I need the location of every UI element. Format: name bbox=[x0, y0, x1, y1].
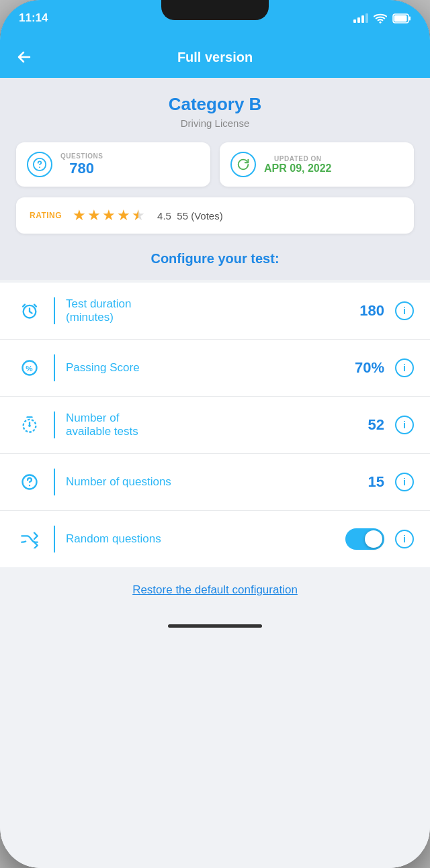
restore-section: Restore the default configuration bbox=[0, 567, 430, 613]
setting-num-questions: Number of questions 15 i bbox=[0, 454, 430, 511]
phone-frame: 11:14 bbox=[0, 0, 430, 868]
back-button[interactable] bbox=[16, 49, 32, 65]
setting-passing-score: % Passing Score 70% i bbox=[0, 340, 430, 397]
questions-value: 780 bbox=[60, 160, 103, 177]
updated-card: UPDATED ON APR 09, 2022 bbox=[220, 142, 414, 187]
hero-section: Category B Driving License bbox=[0, 78, 430, 280]
available-tests-info-button[interactable]: i bbox=[395, 416, 414, 434]
random-questions-label: Random questions bbox=[66, 532, 345, 546]
random-questions-info-button[interactable]: i bbox=[395, 530, 414, 548]
star-3: ★ bbox=[102, 207, 116, 224]
battery-icon bbox=[392, 13, 411, 23]
svg-rect-3 bbox=[394, 15, 407, 21]
category-subtitle: Driving License bbox=[16, 117, 414, 129]
home-bar bbox=[168, 624, 262, 628]
notch bbox=[161, 0, 269, 20]
passing-score-value: 70% bbox=[355, 359, 384, 377]
star-4: ★ bbox=[117, 207, 130, 224]
rating-label: RATING bbox=[30, 211, 62, 220]
home-indicator bbox=[0, 613, 430, 638]
available-tests-label: Number ofavailable tests bbox=[66, 412, 368, 438]
random-questions-toggle[interactable] bbox=[345, 528, 384, 550]
test-duration-label: Test duration(minutes) bbox=[66, 297, 359, 324]
setting-available-tests: Number ofavailable tests 52 i bbox=[0, 397, 430, 454]
rating-votes: 55 (Votes) bbox=[177, 210, 222, 222]
test-duration-info-button[interactable]: i bbox=[395, 301, 414, 320]
alarm-icon bbox=[16, 297, 43, 324]
configure-title: Configure your test: bbox=[16, 244, 414, 269]
status-icons bbox=[353, 13, 411, 23]
test-duration-value: 180 bbox=[359, 302, 384, 320]
percent-icon: % bbox=[16, 354, 43, 381]
svg-point-10 bbox=[28, 424, 31, 427]
question-circle-icon bbox=[27, 152, 52, 177]
divider bbox=[54, 469, 55, 495]
restore-link[interactable]: Restore the default configuration bbox=[132, 583, 298, 596]
status-time: 11:14 bbox=[19, 11, 48, 25]
main-content: Category B Driving License bbox=[0, 78, 430, 868]
divider bbox=[54, 354, 55, 381]
svg-point-12 bbox=[29, 485, 30, 486]
passing-score-label: Passing Score bbox=[66, 361, 355, 375]
star-1: ★ bbox=[73, 207, 86, 224]
questions-info: QUESTIONS 780 bbox=[60, 152, 103, 177]
questions-label: QUESTIONS bbox=[60, 152, 103, 160]
stats-row: QUESTIONS 780 UPDATED O bbox=[16, 142, 414, 187]
updated-info: UPDATED ON APR 09, 2022 bbox=[264, 155, 332, 175]
star-half: ★ bbox=[132, 207, 145, 224]
available-tests-value: 52 bbox=[368, 416, 384, 434]
category-title: Category B bbox=[16, 94, 414, 115]
num-questions-value: 15 bbox=[368, 473, 384, 491]
phone-screen: 11:14 bbox=[0, 0, 430, 868]
setting-test-duration: Test duration(minutes) 180 i bbox=[0, 283, 430, 340]
refresh-icon bbox=[230, 152, 256, 177]
updated-label: UPDATED ON bbox=[264, 155, 332, 162]
divider bbox=[54, 526, 55, 552]
svg-point-0 bbox=[380, 21, 382, 23]
num-questions-info-button[interactable]: i bbox=[395, 473, 414, 491]
rating-value: 4.5 bbox=[157, 210, 171, 222]
updated-value: APR 09, 2022 bbox=[264, 162, 332, 175]
timer-icon bbox=[16, 412, 43, 438]
shuffle-icon bbox=[16, 526, 43, 552]
header-title: Full version bbox=[177, 50, 253, 65]
svg-point-5 bbox=[39, 166, 40, 168]
rating-card: RATING ★ ★ ★ ★ ★ 4.5 55 (Votes) bbox=[16, 197, 414, 234]
question-icon bbox=[16, 469, 43, 495]
settings-section: Test duration(minutes) 180 i % Passing S… bbox=[0, 283, 430, 567]
questions-card: QUESTIONS 780 bbox=[16, 142, 210, 187]
setting-random-questions: Random questions i bbox=[0, 511, 430, 567]
toggle-knob bbox=[365, 530, 382, 548]
app-header: Full version bbox=[0, 36, 430, 78]
signal-icon bbox=[353, 13, 368, 23]
wifi-icon bbox=[374, 13, 387, 23]
num-questions-label: Number of questions bbox=[66, 475, 368, 489]
passing-score-info-button[interactable]: i bbox=[395, 358, 414, 377]
rating-count: 4.5 55 (Votes) bbox=[157, 210, 223, 222]
svg-text:%: % bbox=[26, 364, 33, 373]
svg-rect-2 bbox=[409, 16, 411, 20]
star-rating: ★ ★ ★ ★ ★ bbox=[73, 207, 145, 224]
divider bbox=[54, 297, 55, 324]
divider bbox=[54, 412, 55, 438]
star-2: ★ bbox=[87, 207, 101, 224]
